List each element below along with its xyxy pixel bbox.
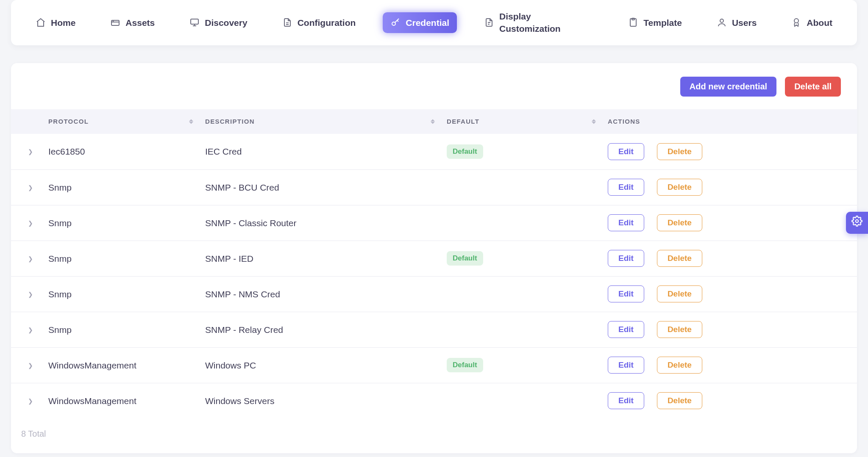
nav-label: Assets	[125, 17, 155, 29]
default-badge: Default	[447, 358, 483, 372]
edit-button[interactable]: Edit	[608, 321, 644, 338]
column-label: PROTOCOL	[48, 118, 89, 125]
cell-actions: Edit Delete	[608, 392, 840, 409]
nav-item-assets[interactable]: Assets	[103, 12, 162, 33]
nav-item-users[interactable]: Users	[709, 12, 764, 33]
default-badge: Default	[447, 144, 483, 159]
cell-actions: Edit Delete	[608, 321, 840, 338]
column-label: ACTIONS	[608, 118, 640, 125]
expand-toggle[interactable]: ❯	[28, 327, 33, 333]
nav-item-home[interactable]: Home	[28, 12, 83, 33]
cell-description: SNMP - IED	[205, 252, 447, 265]
credential-icon	[390, 17, 401, 28]
cell-protocol: Snmp	[48, 288, 205, 300]
cell-description: Windows Servers	[205, 395, 447, 407]
nav-item-about[interactable]: About	[784, 12, 840, 33]
table-row: ❯ WindowsManagement Windows Servers Edit…	[11, 383, 857, 418]
expand-toggle[interactable]: ❯	[28, 148, 33, 155]
edit-button[interactable]: Edit	[608, 250, 644, 267]
cell-description: SNMP - NMS Cred	[205, 288, 447, 300]
svg-point-8	[856, 220, 859, 223]
svg-point-1	[113, 21, 114, 22]
svg-point-3	[392, 22, 395, 25]
cell-description: SNMP - Relay Cred	[205, 324, 447, 336]
nav-label: Discovery	[205, 17, 247, 29]
delete-button[interactable]: Delete	[657, 321, 702, 338]
delete-button[interactable]: Delete	[657, 179, 702, 196]
delete-button[interactable]: Delete	[657, 357, 702, 374]
column-actions: ACTIONS	[608, 117, 840, 126]
credentials-card: Add new credential Delete all PROTOCOL D…	[11, 63, 857, 453]
nav-item-template[interactable]: Template	[620, 12, 690, 33]
svg-point-7	[794, 19, 798, 23]
table-header: PROTOCOL DESCRIPTION DEFAULT ACTIONS	[11, 109, 857, 134]
sort-protocol[interactable]	[189, 119, 193, 124]
cell-actions: Edit Delete	[608, 214, 840, 231]
edit-button[interactable]: Edit	[608, 392, 644, 409]
cell-actions: Edit Delete	[608, 179, 840, 196]
cell-description: Windows PC	[205, 359, 447, 371]
delete-all-button[interactable]: Delete all	[785, 77, 841, 97]
nav-label: Display Customization	[499, 10, 593, 35]
cell-protocol: Snmp	[48, 181, 205, 194]
add-credential-button[interactable]: Add new credential	[680, 77, 776, 97]
nav-label: Home	[51, 17, 75, 29]
sort-description[interactable]	[431, 119, 435, 124]
nav-item-config[interactable]: Configuration	[275, 12, 364, 33]
cell-protocol: WindowsManagement	[48, 359, 205, 371]
table-row: ❯ Snmp SNMP - NMS Cred Edit Delete	[11, 276, 857, 312]
gear-icon	[851, 216, 862, 230]
nav-item-display[interactable]: Display Customization	[476, 6, 601, 39]
nav-label: Users	[732, 17, 757, 29]
nav-label: Credential	[406, 17, 449, 29]
edit-button[interactable]: Edit	[608, 357, 644, 374]
column-protocol: PROTOCOL	[48, 117, 205, 126]
column-description: DESCRIPTION	[205, 117, 447, 126]
settings-fab[interactable]	[846, 212, 868, 234]
table-body: ❯ Iec61850 IEC Cred Default Edit Delete …	[11, 134, 857, 418]
nav-item-credential[interactable]: Credential	[383, 12, 457, 33]
expand-toggle[interactable]: ❯	[28, 291, 33, 298]
default-badge: Default	[447, 251, 483, 266]
display-icon	[484, 17, 494, 28]
expand-toggle[interactable]: ❯	[28, 255, 33, 262]
nav-item-discovery[interactable]: Discovery	[182, 12, 255, 33]
table-row: ❯ Snmp SNMP - IED Default Edit Delete	[11, 241, 857, 276]
column-label: DESCRIPTION	[205, 118, 255, 125]
edit-button[interactable]: Edit	[608, 214, 644, 231]
card-toolbar: Add new credential Delete all	[11, 63, 857, 109]
table-row: ❯ Iec61850 IEC Cred Default Edit Delete	[11, 134, 857, 169]
nav-label: Configuration	[298, 17, 356, 29]
expand-toggle[interactable]: ❯	[28, 398, 33, 404]
cell-actions: Edit Delete	[608, 250, 840, 267]
column-label: DEFAULT	[447, 118, 479, 125]
cell-actions: Edit Delete	[608, 357, 840, 374]
cell-description: IEC Cred	[205, 145, 447, 158]
expand-toggle[interactable]: ❯	[28, 184, 33, 191]
sort-default[interactable]	[592, 119, 596, 124]
cell-actions: Edit Delete	[608, 143, 840, 160]
column-default: DEFAULT	[447, 117, 608, 126]
edit-button[interactable]: Edit	[608, 143, 644, 160]
delete-button[interactable]: Delete	[657, 392, 702, 409]
table-row: ❯ Snmp SNMP - Classic Router Edit Delete	[11, 205, 857, 241]
table-row: ❯ Snmp SNMP - Relay Cred Edit Delete	[11, 312, 857, 347]
main-nav: HomeAssetsDiscoveryConfigurationCredenti…	[11, 0, 857, 45]
table-row: ❯ Snmp SNMP - BCU Cred Edit Delete	[11, 169, 857, 205]
table-footer: 8 Total	[11, 418, 857, 453]
edit-button[interactable]: Edit	[608, 285, 644, 302]
cell-description: SNMP - BCU Cred	[205, 181, 447, 194]
cell-default: Default	[447, 251, 608, 266]
template-icon	[628, 17, 638, 28]
expand-toggle[interactable]: ❯	[28, 362, 33, 369]
cell-default: Default	[447, 358, 608, 372]
cell-protocol: Iec61850	[48, 145, 205, 158]
cell-protocol: Snmp	[48, 217, 205, 229]
delete-button[interactable]: Delete	[657, 250, 702, 267]
expand-toggle[interactable]: ❯	[28, 220, 33, 227]
config-icon	[282, 17, 292, 28]
delete-button[interactable]: Delete	[657, 285, 702, 302]
delete-button[interactable]: Delete	[657, 214, 702, 231]
delete-button[interactable]: Delete	[657, 143, 702, 160]
edit-button[interactable]: Edit	[608, 179, 644, 196]
